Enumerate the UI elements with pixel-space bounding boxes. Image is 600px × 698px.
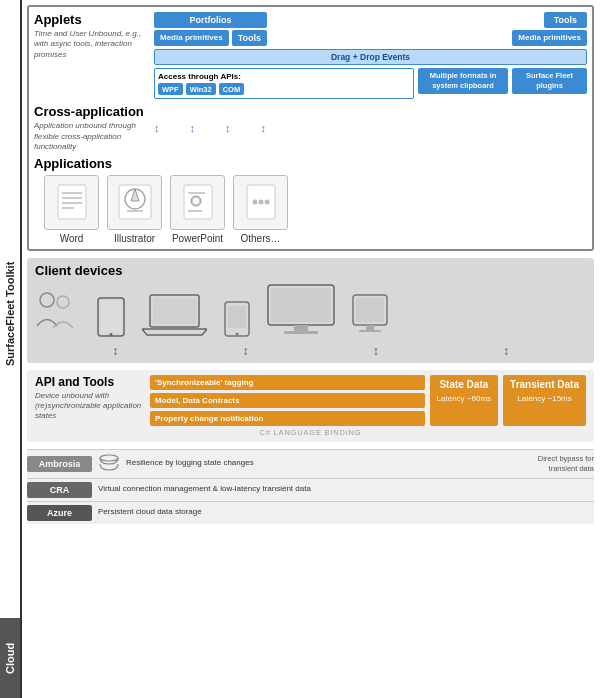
cra-row: CRA Virtual connection management & low-… [27,478,594,501]
svg-point-22 [110,333,113,336]
applications-title: Applications [34,156,587,171]
app-item-illustrator: Illustrator [107,175,162,244]
applets-desc: Time and User Unbound, e.g., with async … [34,29,149,60]
api-tools-inner: API and Tools Device unbound with (re)sy… [35,375,586,426]
blue-boxes-row: Portfolios Media primitives Tools Tools … [154,12,587,46]
people-icon [35,288,80,342]
small-tablet-icon [223,300,251,342]
main-content: Applets Time and User Unbound, e.g., wit… [22,0,600,698]
svg-rect-31 [284,331,318,334]
svg-rect-30 [294,325,308,331]
state-latency: Latency ~60ms [437,394,491,403]
csharp-label: C# LANGUAGE BINDING [35,428,586,437]
svg-rect-26 [228,306,246,328]
state-data-box: State Data Latency ~60ms [430,375,498,426]
media-primitives-box2: Media primitives [512,30,587,46]
api-tools-desc: Device unbound with (re)synchronizable a… [35,391,145,422]
others-label: Others… [240,233,280,244]
svg-point-36 [100,455,118,461]
transient-latency: Latency ~15ms [510,394,579,403]
app-item-others: Others… [233,175,288,244]
svg-point-11 [193,198,199,204]
svg-point-19 [57,296,69,308]
tools-box1: Tools [232,30,267,46]
portfolios-group: Portfolios Media primitives Tools [154,12,267,46]
tags-column: 'Synchronizeable' tagging Model, Data Co… [150,375,425,426]
applets-right: Portfolios Media primitives Tools Tools … [154,12,587,101]
app-item-word: Word [44,175,99,244]
illustrator-icon [107,175,162,230]
cross-app-right: ↕↕↕↕ [154,104,587,152]
azure-row: Azure Persistent cloud data storage [27,501,594,524]
svg-rect-35 [359,330,381,332]
cra-badge: CRA [27,482,92,498]
app-item-powerpoint: PowerPoint [170,175,225,244]
applets-left: Applets Time and User Unbound, e.g., wit… [34,12,149,101]
apps-row: Word Illustrator [34,175,587,244]
api-tools-title: API and Tools [35,375,145,389]
fleet-plugins-box: Surface Fleet plugins [512,68,587,94]
device-down-arrows: ↕↕↕↕ [35,344,586,358]
client-devices-section: Client devices [27,258,594,363]
svg-point-27 [236,332,239,335]
direct-bypass-label: Direct bypass for transient data [524,454,594,474]
applets-title: Applets [34,12,149,27]
powerpoint-icon [170,175,225,230]
azure-badge: Azure [27,505,92,521]
access-apis-box: Access through APIs: WPF Win32 COM [154,68,414,99]
illustrator-label: Illustrator [114,233,155,244]
monitor-icon [266,283,336,342]
svg-point-17 [264,200,269,205]
client-devices-title: Client devices [35,263,586,278]
small-display-icon [351,293,389,342]
word-label: Word [60,233,84,244]
toolkit-label: SurfaceFleet Toolkit [0,0,20,618]
ambrosia-badge: Ambrosia [27,456,92,472]
api-tools-right: 'Synchronizeable' tagging Model, Data Co… [150,375,586,426]
cloud-section: Ambrosia Resilience by logging state cha… [27,449,594,524]
svg-point-16 [258,200,263,205]
page-wrapper: SurfaceFleet Toolkit Cloud Applets Time … [0,0,600,698]
ambrosia-row: Ambrosia Resilience by logging state cha… [27,449,594,478]
svg-rect-29 [271,288,331,322]
tag-property: Property change notification [150,411,425,426]
access-full-row: Access through APIs: WPF Win32 COM Multi… [154,68,587,99]
others-icon [233,175,288,230]
svg-rect-24 [153,298,196,324]
azure-text: Persistent cloud data storage [98,507,594,517]
svg-rect-21 [101,301,121,331]
tools-box2: Tools [544,12,587,28]
sidebar: SurfaceFleet Toolkit Cloud [0,0,22,698]
access-label: Access through APIs: [158,72,410,81]
portfolios-box: Portfolios [154,12,267,28]
cross-app-title: Cross-application [34,104,149,119]
media-primitives-box1: Media primitives [154,30,229,46]
drag-drop-bar: Drag + Drop Events [154,49,587,65]
applets-area: Applets Time and User Unbound, e.g., wit… [34,12,587,101]
svg-point-18 [40,293,54,307]
cross-app-row: Cross-application Application unbound th… [34,104,587,152]
applications-section: Applications Wor [34,156,587,244]
svg-point-15 [252,200,257,205]
transient-data-box: Transient Data Latency ~15ms [503,375,586,426]
svg-rect-0 [58,185,86,219]
word-icon [44,175,99,230]
svg-rect-33 [356,298,384,322]
api-tools-left: API and Tools Device unbound with (re)sy… [35,375,145,426]
cross-app-desc: Application unbound through flexible cro… [34,121,149,152]
tools-media-group: Tools Media primitives [512,12,587,46]
down-arrows: ↕↕↕↕ [154,122,266,134]
powerpoint-label: PowerPoint [172,233,223,244]
db-icon [98,453,120,475]
diagram-top: Applets Time and User Unbound, e.g., wit… [27,5,594,251]
tablet-icon [96,296,126,342]
cloud-label: Cloud [0,618,20,698]
tag-sync: 'Synchronizeable' tagging [150,375,425,390]
svg-rect-34 [366,325,374,330]
com-badge: COM [219,83,245,95]
wpf-badge: WPF [158,83,183,95]
ambrosia-text: Resilience by logging state changes [126,458,518,468]
win32-badge: Win32 [186,83,216,95]
clipboard-box: Multiple formats in system clipboard [418,68,508,94]
cross-app-left: Cross-application Application unbound th… [34,104,149,152]
